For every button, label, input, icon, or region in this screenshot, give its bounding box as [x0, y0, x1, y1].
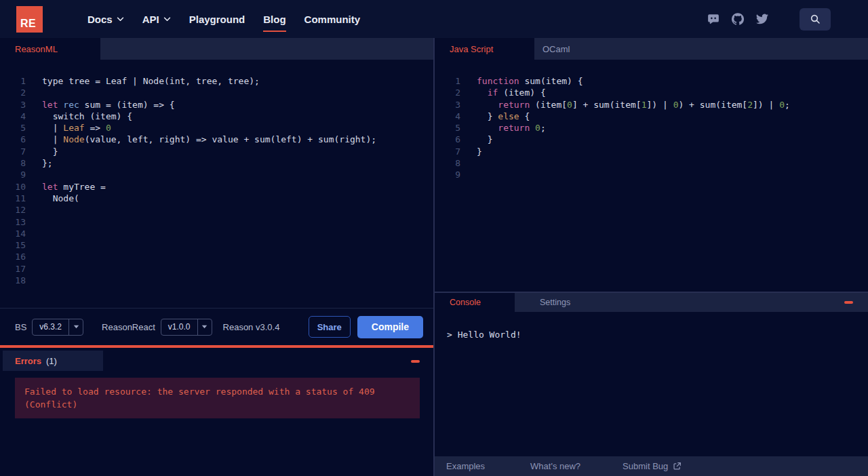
code-line: 3let rec sum = (item) => {: [0, 99, 433, 111]
code-line: 17: [0, 263, 433, 275]
twitter-icon[interactable]: [756, 13, 768, 25]
code-line: 1type tree = Leaf | Node(int, tree, tree…: [0, 75, 433, 87]
top-nav: RE Docs API Playground Blog Commun: [0, 0, 868, 38]
reason-code-editor[interactable]: 1type tree = Leaf | Node(int, tree, tree…: [0, 60, 433, 309]
javascript-output-editor[interactable]: 1function sum(item) {2 if (item) {3 retu…: [435, 60, 868, 292]
nav-item-community[interactable]: Community: [304, 14, 361, 25]
errors-title: Errors: [15, 356, 41, 366]
tab-errors[interactable]: Errors (1): [3, 351, 103, 371]
errors-header: Errors (1): [0, 348, 433, 371]
code-line: 1function sum(item) {: [435, 75, 868, 87]
line-number: 9: [0, 169, 26, 180]
left-pane: ReasonML 1type tree = Leaf | Node(int, t…: [0, 38, 433, 476]
line-number: 3: [0, 99, 26, 111]
left-editor-tabbar: ReasonML: [0, 38, 433, 60]
code-line: 6 | Node(value, left, right) => value + …: [0, 134, 433, 145]
code-line: 7 }: [0, 146, 433, 157]
console-tabbar: Console Settings: [435, 293, 868, 312]
code-line: 2 if (item) {: [435, 87, 868, 98]
nav-links: Docs API Playground Blog Community: [87, 14, 360, 25]
nav-item-docs[interactable]: Docs: [87, 14, 124, 25]
line-number: 8: [435, 157, 460, 169]
nav-item-label: Community: [304, 14, 361, 25]
nav-item-label: API: [142, 14, 159, 25]
github-icon[interactable]: [732, 13, 744, 25]
bs-version-value: v6.3.2: [33, 319, 68, 335]
playground-footer: Examples What's new? Submit Bug: [435, 456, 868, 476]
footer-link-whats-new[interactable]: What's new?: [530, 461, 580, 471]
footer-link-submit-bug[interactable]: Submit Bug: [623, 461, 682, 471]
line-number: 18: [0, 275, 26, 286]
code-line: 4 switch (item) {: [0, 111, 433, 122]
search-icon: [810, 14, 821, 24]
line-number: 9: [435, 169, 460, 180]
line-number: 5: [435, 122, 460, 134]
right-pane: Java Script OCaml 1function sum(item) {2…: [435, 38, 868, 476]
nav-item-playground[interactable]: Playground: [189, 14, 245, 25]
search-button[interactable]: [800, 8, 831, 31]
code-line: 9: [435, 169, 868, 180]
line-number: 11: [0, 193, 26, 204]
code-line: 12: [0, 204, 433, 216]
nav-item-api[interactable]: API: [142, 14, 171, 25]
reasonreact-label: ReasonReact: [102, 322, 155, 332]
line-number: 7: [0, 146, 26, 157]
footer-link-examples[interactable]: Examples: [446, 461, 485, 471]
output-tabbar: Java Script OCaml: [435, 38, 868, 60]
nav-item-label: Blog: [263, 14, 285, 25]
code-line: 15: [0, 239, 433, 251]
reason-logo[interactable]: RE: [16, 6, 43, 33]
nav-social-icons: [707, 8, 831, 31]
tab-settings[interactable]: Settings: [532, 293, 578, 312]
main-split: ReasonML 1type tree = Leaf | Node(int, t…: [0, 38, 868, 476]
reasonreact-version-value: v1.0.0: [161, 319, 197, 335]
tab-console[interactable]: Console: [435, 293, 515, 312]
external-link-icon: [673, 462, 682, 471]
line-number: 17: [0, 263, 26, 275]
line-number: 14: [0, 228, 26, 239]
error-message: Failed to load resource: the server resp…: [15, 378, 420, 418]
console-output: > Hello World!: [435, 312, 868, 456]
bs-version-select[interactable]: v6.3.2: [32, 319, 83, 336]
collapse-console-icon[interactable]: [844, 301, 853, 304]
code-line: 18: [0, 275, 433, 286]
tab-reasonml[interactable]: ReasonML: [0, 38, 100, 60]
tab-javascript[interactable]: Java Script: [435, 38, 534, 60]
code-line: 4 } else {: [435, 111, 868, 122]
collapse-errors-icon[interactable]: [411, 360, 420, 363]
line-number: 12: [0, 204, 26, 216]
line-number: 4: [435, 111, 460, 122]
code-line: 11 Node(: [0, 193, 433, 204]
code-line: 16: [0, 251, 433, 262]
code-line: 14: [0, 228, 433, 239]
bs-label: BS: [15, 322, 26, 332]
line-number: 1: [435, 75, 460, 87]
errors-panel: Errors (1) Failed to load resource: the …: [0, 348, 433, 476]
errors-count-badge: (1): [46, 356, 57, 366]
submit-bug-label: Submit Bug: [623, 461, 668, 471]
line-number: 6: [0, 134, 26, 145]
code-line: 13: [0, 216, 433, 228]
playground-page: RE Docs API Playground Blog Commun: [0, 0, 868, 476]
code-line: 2: [0, 87, 433, 98]
line-number: 3: [435, 99, 460, 111]
line-number: 6: [435, 134, 460, 145]
reason-version-text: Reason v3.0.4: [223, 322, 280, 332]
code-line: 10let myTree =: [0, 181, 433, 193]
line-number: 8: [0, 157, 26, 169]
line-number: 10: [0, 181, 26, 193]
code-line: 8: [435, 157, 868, 169]
compiler-toolbar: BS v6.3.2 ReasonReact v1.0.0 Reason v3.0…: [0, 309, 433, 345]
code-line: 8};: [0, 157, 433, 169]
tab-ocaml[interactable]: OCaml: [534, 38, 578, 60]
compile-button[interactable]: Compile: [357, 316, 423, 338]
code-line: 6 }: [435, 134, 868, 145]
chevron-down-icon: [117, 17, 124, 22]
reasonreact-version-select[interactable]: v1.0.0: [161, 319, 212, 336]
discord-icon[interactable]: [707, 13, 719, 25]
share-button[interactable]: Share: [309, 316, 351, 338]
code-line: 9: [0, 169, 433, 180]
line-number: 13: [0, 216, 26, 228]
nav-item-blog[interactable]: Blog: [263, 14, 285, 25]
nav-item-label: Docs: [87, 14, 113, 25]
